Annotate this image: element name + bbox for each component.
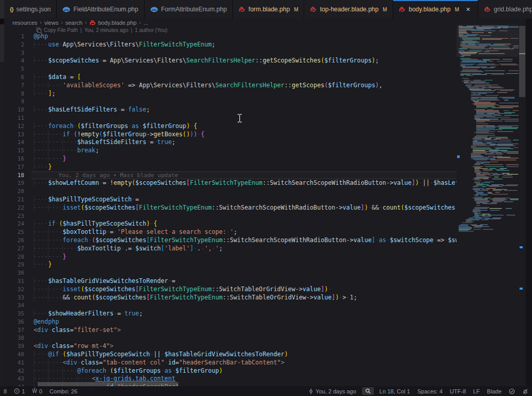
code-line-41[interactable]: 41········<div·class="tab-content·col"·i… [4, 359, 457, 367]
code-token: FilterSwitchTypeEnum [139, 286, 212, 293]
code-token: ···· [34, 220, 48, 227]
code-token: :: [212, 286, 219, 293]
code-token: empty [114, 179, 132, 186]
code-line-6[interactable]: 6····$data·=·[ [4, 73, 457, 82]
minimap[interactable] [457, 19, 519, 386]
tab-grid.blade.php[interactable]: grid.blade.php [478, 0, 532, 19]
code-line-11[interactable]: 11 [4, 114, 457, 122]
code-line-18[interactable]: 18You, 2 days ago • Mass blade update [4, 171, 457, 180]
copy-file-path-link[interactable]: Copy File Path [44, 27, 78, 33]
code-line-13[interactable]: 13········if·(!empty($filterGroup->getBo… [4, 131, 457, 139]
tab-FieldAttributeEnum.php[interactable]: phpFieldAttributeEnum.php [57, 0, 144, 19]
code-line-23[interactable]: 23 [4, 212, 457, 220]
vertical-scrollbar-thumb[interactable] [519, 26, 525, 97]
breadcrumb-item-body.blade.php[interactable]: body.blade.php [89, 20, 136, 26]
tab-FormAttributeEnum.php[interactable]: phpFormAttributeEnum.php [145, 0, 233, 19]
code-line-15[interactable]: 15············break; [4, 147, 457, 155]
code-line-2[interactable]: 2····use·App\Services\Filters\FilterSwit… [4, 41, 457, 49]
code-token: ···· [48, 131, 62, 138]
editor-area[interactable]: resources›views›search›body.blade.php›..… [4, 19, 526, 386]
code-token: $switchScope [390, 236, 433, 244]
minimap-slider[interactable] [457, 25, 519, 57]
tab-body.blade.php[interactable]: body.blade.phpM✕ [393, 0, 478, 19]
code-line-20[interactable]: 20 [4, 187, 457, 196]
code-line-7[interactable]: 7········'availableScopes'·=>·App\Servic… [4, 82, 457, 90]
cursor-position[interactable]: Ln 18, Col 1 [376, 386, 414, 396]
code-line-8[interactable]: 8····]; [4, 90, 457, 98]
code-line-16[interactable]: 16········} [4, 155, 457, 163]
git-blame-status[interactable]: You, 2 days ago [305, 386, 360, 396]
breadcrumb-item-...[interactable]: ... [144, 20, 148, 26]
indentation[interactable]: Spaces: 4 [414, 386, 446, 396]
broadcast-indicator[interactable]: Ŵ0 [28, 386, 46, 396]
tab-settings.json[interactable]: {}settings.json [4, 0, 57, 19]
codelens-blame[interactable]: You, 2 minutes ago [84, 27, 128, 33]
encoding[interactable]: UTF-8 [446, 386, 470, 396]
notifications[interactable] [519, 386, 532, 396]
code-line-39[interactable]: 39<div·class="row·mt-4"> [4, 342, 457, 351]
code-token: ···· [34, 163, 48, 170]
antenna-icon: Ŵ [32, 388, 37, 394]
issues-indicator[interactable]: 1 [10, 386, 28, 396]
code-token: ···· [48, 286, 62, 293]
code-line-3[interactable]: 3 [4, 49, 457, 57]
code-line-24[interactable]: 24····if·($hasPillTypeScopeSwitch)·{ [4, 220, 457, 228]
code-line-19[interactable]: 19····$showLeftCoumn·=·!empty($scopeSwit… [4, 179, 457, 187]
code-viewport[interactable]: 1@php2····use·App\Services\Filters\Filte… [4, 33, 457, 386]
code-line-37[interactable]: 37<div·class="filter-set"> [4, 326, 457, 335]
code-line-28[interactable]: 28········} [4, 253, 457, 261]
code-line-12[interactable]: 12····foreach·($filterGroups·as·$filterG… [4, 122, 457, 131]
code-line-30[interactable]: 30 [4, 269, 457, 277]
code-line-29[interactable]: 29····} [4, 261, 457, 269]
vscode-window: { "tabs": [ {"label":"settings.json","ic… [0, 0, 532, 396]
code-line-4[interactable]: 4····$scopeSwitches·=·App\Services\Filte… [4, 57, 457, 65]
code-line-10[interactable]: 10····$hasLeftSideFilters·=·false; [4, 106, 457, 114]
code-line-38[interactable]: 38 [4, 334, 457, 342]
code-line-27[interactable]: 27············$boxTootltip·.=·$switch['l… [4, 245, 457, 253]
code-line-1[interactable]: 1@php [4, 33, 457, 41]
code-line-21[interactable]: 21····$hasPillTypeScopeSwitch·= [4, 196, 457, 204]
code-token: ···· [34, 73, 48, 81]
breadcrumb-item-views[interactable]: views [44, 20, 59, 26]
tab-form.blade.php[interactable]: form.blade.phpM [233, 0, 304, 19]
eol[interactable]: LF [470, 386, 483, 396]
left-panel-edge-top [0, 0, 4, 62]
code-line-40[interactable]: 40····@if·($hasPillTypeScopeSwitch·||·$h… [4, 351, 457, 359]
code-line-26[interactable]: 26········foreach·($scopeSwitches[Filter… [4, 236, 457, 245]
status-label: Combo: 26 [50, 388, 77, 394]
vertical-scrollbar[interactable] [519, 19, 526, 386]
code-token: · [88, 236, 92, 244]
code-line-25[interactable]: 25········$boxTootltip·=·'Please·select·… [4, 228, 457, 236]
code-line-31[interactable]: 31····$hasTableGridViewSwitchesToRender·… [4, 277, 457, 286]
code-line-14[interactable]: 14············$hasLeftSideFilters·=·true… [4, 138, 457, 147]
code-token: getScopes [292, 82, 324, 89]
bell-slash-icon [522, 388, 528, 394]
breadcrumb-item-search[interactable]: search [66, 20, 83, 26]
code-line-9[interactable]: 9 [4, 98, 457, 106]
tab-top-header.blade.php[interactable]: top-header.blade.phpM [304, 0, 393, 19]
zoom-indicator[interactable] [362, 387, 374, 395]
code-token: ( [77, 122, 81, 130]
code-line-42[interactable]: 42············@foreach·($filterGroups·as… [4, 367, 457, 375]
code-line-22[interactable]: 22········isset($scopeSwitches[FilterSwi… [4, 204, 457, 212]
code-line-35[interactable]: 35····$showHeaderFilters·=·true; [4, 310, 457, 318]
code-token: count [383, 204, 401, 211]
code-token: 'label' [164, 245, 190, 252]
code-token: ( [92, 236, 96, 244]
breadcrumb-item-resources[interactable]: resources [12, 20, 37, 26]
problems-count[interactable]: 8 [0, 386, 10, 396]
code-line-33[interactable]: 33········&&·count($scopeSwitches[Filter… [4, 294, 457, 302]
code-line-36[interactable]: 36@endphp [4, 318, 457, 326]
formatter-status[interactable] [505, 386, 519, 396]
horizontal-scrollbar[interactable] [34, 382, 457, 386]
horizontal-scrollbar-thumb[interactable] [38, 382, 178, 386]
code-line-34[interactable]: 34 [4, 302, 457, 310]
code-line-5[interactable]: 5 [4, 65, 457, 73]
close-icon[interactable]: ✕ [464, 6, 472, 13]
code-token: $scopeSwitches [85, 286, 136, 293]
code-line-17[interactable]: 17····} [4, 163, 457, 171]
codelens-authors[interactable]: 1 author (You) [135, 27, 167, 33]
combo-counter[interactable]: Combo: 26 [46, 386, 81, 396]
language-mode[interactable]: Blade [483, 386, 505, 396]
code-line-32[interactable]: 32········isset($scopeSwitches[FilterSwi… [4, 286, 457, 294]
